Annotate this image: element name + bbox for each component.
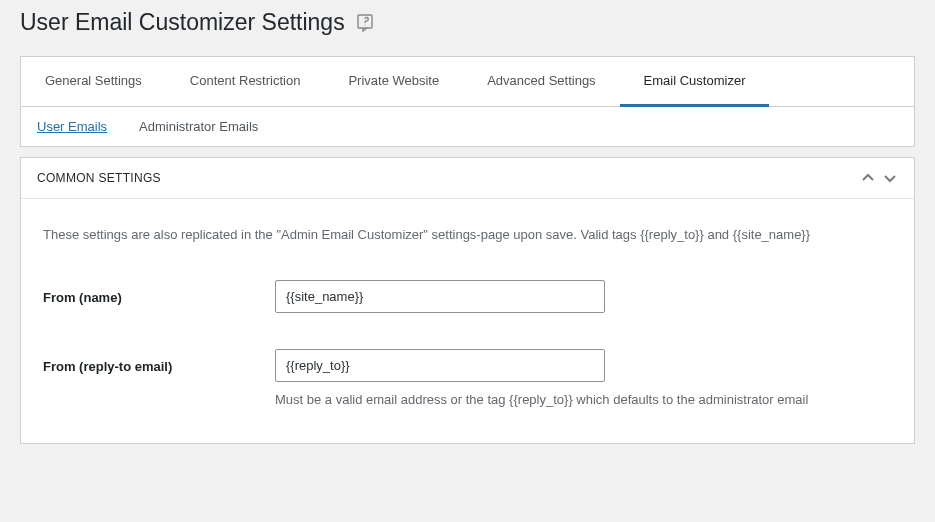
tab-general-settings[interactable]: General Settings [21, 57, 166, 107]
panel-body: These settings are also replicated in th… [21, 199, 914, 443]
tabs-container: General Settings Content Restriction Pri… [20, 56, 915, 147]
from-reply-label: From (reply-to email) [43, 349, 275, 374]
panel-header: COMMON SETTINGS [21, 158, 914, 199]
move-down-icon[interactable] [882, 170, 898, 186]
tab-private-website[interactable]: Private Website [324, 57, 463, 107]
common-settings-panel: COMMON SETTINGS These settings are also … [20, 157, 915, 444]
from-reply-row: From (reply-to email) Must be a valid em… [43, 349, 892, 407]
tab-advanced-settings[interactable]: Advanced Settings [463, 57, 619, 107]
panel-description: These settings are also replicated in th… [43, 227, 892, 242]
help-icon[interactable] [355, 13, 375, 33]
page-title: User Email Customizer Settings [0, 0, 935, 56]
svg-point-1 [364, 24, 365, 25]
from-name-input[interactable] [275, 280, 605, 313]
from-reply-input[interactable] [275, 349, 605, 382]
page-title-text: User Email Customizer Settings [20, 9, 345, 36]
subtab-administrator-emails[interactable]: Administrator Emails [139, 119, 258, 134]
subtab-user-emails[interactable]: User Emails [37, 119, 107, 134]
from-name-label: From (name) [43, 280, 275, 305]
sub-tabs: User Emails Administrator Emails [21, 107, 914, 146]
from-reply-field-wrapper: Must be a valid email address or the tag… [275, 349, 892, 407]
main-tabs: General Settings Content Restriction Pri… [21, 57, 914, 107]
tab-email-customizer[interactable]: Email Customizer [620, 57, 770, 107]
from-name-field-wrapper [275, 280, 892, 313]
tab-content-restriction[interactable]: Content Restriction [166, 57, 325, 107]
panel-title: COMMON SETTINGS [37, 171, 161, 185]
from-reply-hint: Must be a valid email address or the tag… [275, 392, 892, 407]
from-name-row: From (name) [43, 280, 892, 313]
move-up-icon[interactable] [860, 170, 876, 186]
panel-sort-controls [860, 170, 898, 186]
